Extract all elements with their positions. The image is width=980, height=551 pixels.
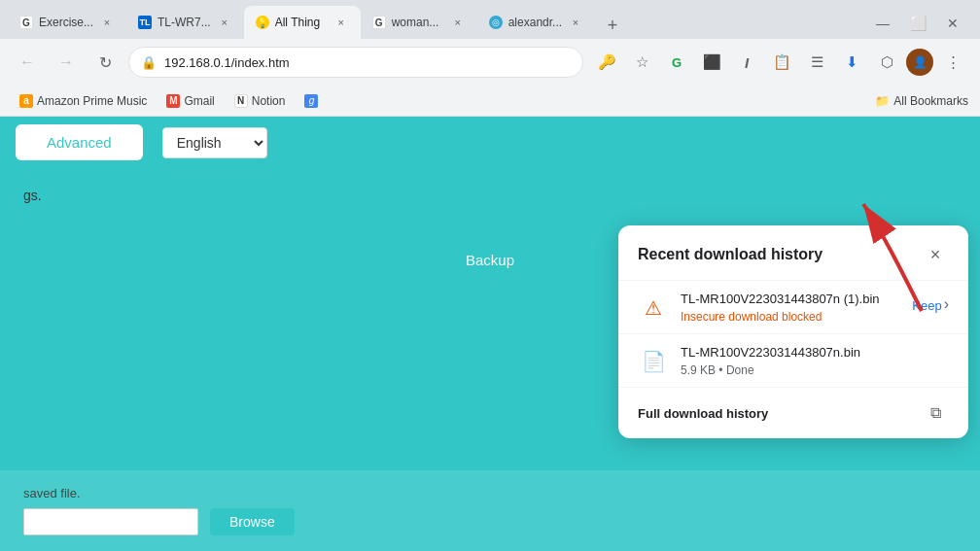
language-select[interactable]: English Chinese Spanish (162, 127, 267, 158)
new-tab-button[interactable]: + (599, 12, 626, 39)
download-status-insecure: Insecure download blocked (681, 310, 900, 324)
file-doc-icon: 📄 (638, 346, 669, 377)
tab-favicon-exercise: G (19, 16, 33, 29)
gmail-label: Gmail (184, 94, 214, 108)
download-item-insecure[interactable]: ⚠ TL-MR100V223031443807n (1).bin Insecur… (618, 280, 968, 333)
text-cursor-icon[interactable]: I (731, 47, 762, 78)
download-item-done[interactable]: 📄 TL-MR100V223031443807n.bin 5.9 KB • Do… (618, 333, 968, 387)
tab-title-woman: woman... (392, 16, 444, 29)
amazon-favicon: a (19, 94, 33, 108)
tab-favicon-allthings: 💡 (256, 16, 269, 29)
download-history-popup: Recent download history × ⚠ TL-MR100V223… (618, 225, 968, 438)
backup-button[interactable]: Backup (432, 242, 548, 278)
address-text: 192.168.0.1/index.htm (164, 55, 571, 70)
keep-label[interactable]: Keep (912, 298, 941, 313)
tab-title-exercise: Exercise... (39, 16, 93, 29)
tab-tlwr[interactable]: TL TL-WR7... × (126, 6, 244, 39)
menu-icon[interactable]: ⋮ (937, 47, 968, 78)
popup-header: Recent download history × (618, 225, 968, 280)
address-bar-row: ← → ↻ 🔒 192.168.0.1/index.htm 🔑 ☆ G ⬛ I … (0, 39, 980, 86)
minimize-button[interactable]: — (867, 8, 898, 39)
all-bookmarks-label[interactable]: All Bookmarks (893, 94, 968, 108)
file-input-box[interactable] (23, 508, 198, 535)
tab-close-allthings[interactable]: × (333, 15, 349, 30)
profile-avatar[interactable]: 👤 (906, 49, 933, 76)
download-icon[interactable]: ⬇ (836, 47, 867, 78)
download-filename-insecure: TL-MR100V223031443807n (1).bin (681, 291, 900, 308)
bookmark-notion[interactable]: N Notion (227, 90, 294, 112)
lock-icon: 🔒 (141, 55, 157, 70)
bottom-section: saved file. Browse (0, 470, 980, 551)
refresh-button[interactable]: ↻ (89, 47, 121, 78)
tab-close-tlwr[interactable]: × (217, 15, 232, 30)
keep-action[interactable]: Keep › (912, 294, 949, 313)
tab-allthings[interactable]: 💡 All Thing × (244, 6, 361, 39)
bookmarks-folder-icon: 📁 (875, 94, 890, 108)
back-button[interactable]: ← (12, 47, 43, 78)
forward-button[interactable]: → (51, 47, 82, 78)
tab-close-woman[interactable]: × (450, 15, 466, 30)
tab-alexandr[interactable]: ◎ alexandr... × (477, 6, 595, 39)
tab-favicon-alexandr: ◎ (489, 16, 503, 29)
tab-favicon-tlwr: TL (138, 16, 152, 29)
maximize-button[interactable]: ⬜ (902, 8, 933, 39)
download-info-insecure: TL-MR100V223031443807n (1).bin Insecure … (681, 291, 900, 324)
tab-title-allthings: All Thing (275, 16, 328, 29)
address-bar[interactable]: 🔒 192.168.0.1/index.htm (128, 47, 583, 78)
download-status-done: 5.9 KB • Done (681, 363, 949, 377)
popup-footer: Full download history ⧉ (618, 387, 968, 438)
bookmark-star-icon[interactable]: ☆ (626, 47, 657, 78)
screen-capture-icon[interactable]: ⬛ (696, 47, 727, 78)
notion-favicon: N (234, 94, 248, 108)
g-favicon: g (304, 94, 318, 108)
browse-row: Browse (23, 508, 957, 535)
amazon-label: Amazon Prime Music (37, 94, 147, 108)
tab-close-exercise[interactable]: × (99, 15, 115, 30)
browse-button[interactable]: Browse (210, 508, 295, 535)
bookmark-gmail[interactable]: M Gmail (158, 90, 222, 112)
chevron-right-icon: › (944, 295, 949, 313)
clipboard-icon[interactable]: 📋 (766, 47, 797, 78)
close-button[interactable]: ✕ (937, 8, 968, 39)
body-text-gs: gs. (23, 188, 957, 203)
popup-title: Recent download history (638, 246, 822, 263)
warning-icon: ⚠ (638, 293, 669, 324)
tab-title-tlwr: TL-WR7... (158, 16, 211, 29)
advanced-tab[interactable]: Advanced (16, 124, 143, 160)
tab-title-alexandr: alexandr... (508, 16, 562, 29)
extensions-icon[interactable]: ⬡ (871, 47, 902, 78)
tab-favicon-woman: G (372, 16, 386, 29)
tab-woman[interactable]: G woman... × (361, 6, 477, 39)
saved-file-text: saved file. (23, 486, 957, 500)
full-history-link[interactable]: Full download history (638, 406, 768, 421)
bookmark-g[interactable]: g (297, 90, 326, 112)
grammarly-icon[interactable]: G (661, 47, 692, 78)
download-info-done: TL-MR100V223031443807n.bin 5.9 KB • Done (681, 344, 949, 377)
page-content: Advanced English Chinese Spanish gs. Bac… (0, 117, 980, 551)
download-filename-done: TL-MR100V223031443807n.bin (681, 344, 949, 362)
notion-label: Notion (252, 94, 286, 108)
popup-close-button[interactable]: × (922, 241, 949, 268)
bookmarks-bar: a Amazon Prime Music M Gmail N Notion g … (0, 86, 980, 117)
bookmark-amazon[interactable]: a Amazon Prime Music (12, 90, 155, 112)
send-icon[interactable]: ☰ (801, 47, 832, 78)
toolbar-icons: 🔑 ☆ G ⬛ I 📋 ☰ ⬇ ⬡ 👤 ⋮ (591, 47, 968, 78)
tab-close-alexandr[interactable]: × (568, 15, 583, 30)
router-tab-bar: Advanced English Chinese Spanish (0, 117, 980, 168)
gmail-favicon: M (166, 94, 180, 108)
bookmarks-right: 📁 All Bookmarks (875, 94, 968, 108)
tab-exercise[interactable]: G Exercise... × (8, 6, 126, 39)
browser-frame: G Exercise... × TL TL-WR7... × 💡 All Thi… (0, 0, 980, 551)
open-in-new-icon[interactable]: ⧉ (922, 399, 949, 427)
tab-bar: G Exercise... × TL TL-WR7... × 💡 All Thi… (0, 0, 980, 39)
key-icon[interactable]: 🔑 (591, 47, 622, 78)
